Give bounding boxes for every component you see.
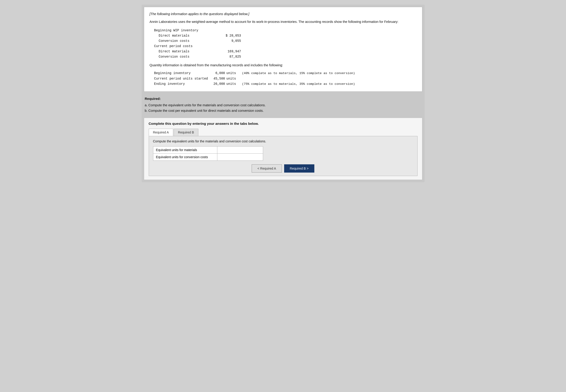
required-item-b: b. Compute the cost per equivalent unit …	[145, 108, 421, 114]
cpu-label: Current period units started	[154, 76, 209, 81]
ei-note: (75% complete as to materials, 35% compl…	[242, 82, 355, 86]
table-row: Equivalent units for materials	[153, 147, 263, 154]
bi-label: Beginning inventory	[154, 71, 209, 76]
cc-value: 9,055	[214, 39, 241, 43]
conversion-costs-row: Conversion costs 9,055	[154, 39, 417, 43]
eq-conversion-input[interactable]	[220, 155, 260, 159]
bi-units: 6,000	[209, 71, 225, 76]
eq-materials-label: Equivalent units for materials	[153, 147, 217, 154]
ei-unit-label: units	[227, 82, 240, 86]
quantity-text: Quantity information is obtained from th…	[150, 63, 417, 68]
required-section: Required: a. Compute the equivalent unit…	[144, 94, 422, 116]
current-period-dm-row: Direct materials 169,947	[154, 49, 417, 54]
eq-conversion-label: Equivalent units for conversion costs	[153, 154, 217, 161]
table-row: Equivalent units for conversion costs	[153, 154, 263, 161]
dm-label: Direct materials	[154, 33, 214, 38]
qty-table: Beginning inventory 6,000 units (40% com…	[154, 71, 417, 86]
current-period-units-row: Current period units started 45,500 unit…	[154, 76, 417, 81]
beginning-inventory-row: Beginning inventory 6,000 units (40% com…	[154, 71, 417, 76]
compute-text: Compute the equivalent units for the mat…	[153, 140, 413, 143]
cp-dm-label: Direct materials	[154, 49, 214, 54]
nav-buttons: < Required A Required B >	[153, 164, 413, 173]
wip-data-table: Beginning WIP inventory Direct materials…	[154, 28, 417, 59]
cpu-unit-label: units	[227, 76, 240, 81]
eq-materials-input-cell[interactable]	[217, 147, 263, 154]
cp-cc-value: 87,825	[214, 54, 241, 59]
tab-content-area: Compute the equivalent units for the mat…	[149, 136, 418, 176]
intro-text: Annin Laboratories uses the weighted-ave…	[150, 19, 417, 25]
complete-box: Complete this question by entering your …	[144, 118, 422, 180]
ei-units: 26,000	[209, 82, 225, 86]
next-button[interactable]: Required B >	[284, 164, 314, 173]
cp-dm-value: 169,947	[214, 49, 241, 54]
dm-value: $ 28,053	[214, 33, 241, 38]
cpu-units: 45,500	[209, 76, 225, 81]
info-box: [The following information applies to th…	[144, 7, 422, 92]
cc-label: Conversion costs	[154, 39, 214, 43]
complete-instruction: Complete this question by entering your …	[149, 122, 418, 126]
direct-materials-row: Direct materials $ 28,053	[154, 33, 417, 38]
required-item-a: a. Compute the equivalent units for the …	[145, 102, 421, 108]
page-container: [The following information applies to th…	[142, 5, 425, 182]
equivalent-units-table: Equivalent units for materials Equivalen…	[153, 146, 263, 161]
beginning-wip-label: Beginning WIP inventory	[154, 28, 214, 33]
current-period-label: Current period costs	[154, 44, 214, 49]
eq-conversion-input-cell[interactable]	[217, 154, 263, 161]
tab-required-b[interactable]: Required B	[174, 129, 198, 136]
italic-header: [The following information applies to th…	[150, 12, 417, 17]
current-period-cc-row: Conversion costs 87,825	[154, 54, 417, 59]
tab-required-a[interactable]: Required A	[149, 129, 173, 136]
bi-unit-label: units	[227, 71, 240, 76]
required-items: a. Compute the equivalent units for the …	[145, 102, 421, 114]
required-label: Required:	[145, 97, 421, 100]
tabs-row: Required A Required B	[149, 129, 418, 136]
ending-inventory-row: Ending inventory 26,000 units (75% compl…	[154, 82, 417, 86]
ei-label: Ending inventory	[154, 82, 209, 86]
beginning-wip-row: Beginning WIP inventory	[154, 28, 417, 33]
cp-cc-label: Conversion costs	[154, 54, 214, 59]
bi-note: (40% complete as to materials, 15% compl…	[242, 71, 355, 76]
eq-materials-input[interactable]	[220, 148, 260, 152]
prev-button[interactable]: < Required A	[252, 164, 282, 173]
current-period-row: Current period costs	[154, 44, 417, 49]
